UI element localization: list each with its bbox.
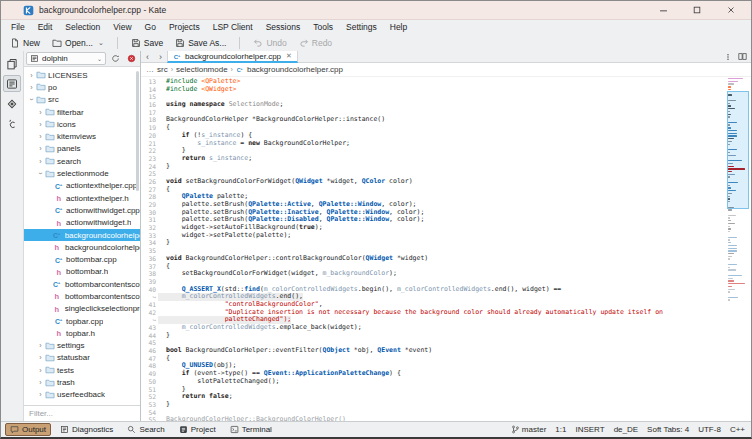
maximize-button[interactable] [691, 4, 703, 16]
expander-icon[interactable]: › [28, 72, 35, 79]
split-view-icon[interactable] [738, 52, 747, 61]
chevron-down-icon[interactable]: ⌄ [98, 39, 104, 47]
tree-item-actiontexthelper-h[interactable]: hactiontexthelper.h [24, 192, 140, 204]
expander-icon[interactable]: › [37, 121, 44, 128]
menu-view[interactable]: View [107, 21, 137, 33]
status-field-master[interactable]: master [511, 425, 546, 434]
nav-back-button[interactable]: ‹ [141, 51, 154, 62]
tree-item-selectionmode[interactable]: ›selectionmode [24, 167, 140, 179]
expander-icon[interactable]: › [37, 158, 44, 165]
save-button[interactable]: Save [126, 36, 168, 50]
tree-item-trash[interactable]: ›trash [24, 376, 140, 388]
tree-item-settings[interactable]: ›settings [24, 340, 140, 352]
button-label: New [23, 38, 40, 48]
minimap-viewport[interactable] [727, 91, 749, 209]
status-field-utf-8[interactable]: UTF-8 [698, 425, 721, 434]
undo-button[interactable]: Undo [248, 36, 291, 50]
menu-file[interactable]: File [5, 21, 31, 33]
status-field-de-de[interactable]: de_DE [614, 425, 638, 434]
project-selector[interactable]: dolphin ⌄ [26, 52, 106, 65]
menu-edit[interactable]: Edit [32, 21, 59, 33]
redo-button[interactable]: Redo [294, 36, 337, 50]
expander-icon[interactable]: › [37, 391, 44, 398]
expander-icon[interactable]: › [37, 354, 44, 361]
tree-item-bottombarcontentscont-[interactable]: hbottombarcontentscont... [24, 290, 140, 302]
toolview-projects-button[interactable] [3, 75, 21, 92]
status-field-1-1[interactable]: 1:1 [555, 425, 566, 434]
open-button[interactable]: Open...⌄ [47, 36, 109, 50]
tree-item-filterbar[interactable]: ›filterbar [24, 106, 140, 118]
nav-forward-button[interactable]: › [154, 51, 167, 62]
line-number: 37 [141, 263, 158, 271]
tree-item-topbar-h[interactable]: htopbar.h [24, 327, 140, 339]
toolview-git-button[interactable] [3, 95, 21, 112]
tree-item-singleclickselectionproxy-[interactable]: hsingleclickselectionproxy... [24, 303, 140, 315]
status-field-insert[interactable]: INSERT [575, 425, 604, 434]
breadcrumb-item-src[interactable]: src [157, 65, 168, 74]
tab-backgroundcolorhelper[interactable]: C+ backgroundcolorhelper.cpp ✕ [167, 51, 298, 63]
expander-icon[interactable]: › [37, 342, 44, 349]
tree-item-tests[interactable]: ›tests [24, 364, 140, 376]
status-field-soft-tabs-4[interactable]: Soft Tabs: 4 [647, 425, 689, 434]
toolview-symbols-button[interactable] [3, 115, 21, 132]
expander-icon[interactable]: › [37, 109, 44, 116]
status-field-label: Soft Tabs: 4 [647, 425, 689, 434]
expander-icon[interactable]: › [37, 379, 44, 386]
code-area[interactable]: 13#include <QPalette>14#include <QWidget… [141, 77, 751, 421]
tree-item-licenses[interactable]: ›LICENSES [24, 69, 140, 81]
status-field-c++[interactable]: C++ [730, 425, 745, 434]
project-reload-button[interactable] [108, 52, 122, 65]
toolview-documents-button[interactable] [3, 55, 21, 72]
breadcrumb-item-selectionmode[interactable]: selectionmode [176, 65, 228, 74]
tree-item-backgroundcolorhelper-h[interactable]: hbackgroundcolorhelper.h [24, 241, 140, 253]
tree-item-kitemviews[interactable]: ›kitemviews [24, 130, 140, 142]
menu-selection[interactable]: Selection [59, 21, 106, 33]
menu-lsp-client[interactable]: LSP Client [207, 21, 259, 33]
menu-help[interactable]: Help [384, 21, 413, 33]
document-switcher-icon[interactable] [724, 53, 732, 61]
menu-sessions[interactable]: Sessions [260, 21, 307, 33]
tree-item-panels[interactable]: ›panels [24, 143, 140, 155]
scrollbar-minimap[interactable] [728, 78, 749, 421]
menu-projects[interactable]: Projects [163, 21, 206, 33]
titlebar: backgroundcolorhelper.cpp - Kate [1, 1, 751, 20]
tree-item-actiontexthelper-cpp[interactable]: C+actiontexthelper.cpp [24, 180, 140, 192]
new-button[interactable]: New [5, 36, 45, 50]
menu-go[interactable]: Go [139, 21, 162, 33]
tree-item-topbar-cpp[interactable]: C+topbar.cpp [24, 315, 140, 327]
project-close-badge[interactable] [124, 52, 138, 65]
expander-icon[interactable]: › [37, 145, 44, 152]
tree-item-bottombar-h[interactable]: hbottombar.h [24, 266, 140, 278]
tree-item-bottombarcontentscont-[interactable]: C+bottombarcontentscont... [24, 278, 140, 290]
tree-item-userfeedback[interactable]: ›userfeedback [24, 389, 140, 401]
tree-item-icons[interactable]: ›icons [24, 118, 140, 130]
save-as-button[interactable]: Save As... [170, 36, 231, 50]
expander-icon[interactable]: › [37, 367, 44, 374]
expander-icon[interactable]: › [28, 96, 35, 103]
menu-tools[interactable]: Tools [307, 21, 339, 33]
expander-icon[interactable]: › [37, 170, 44, 177]
tree-filter-input[interactable] [24, 409, 140, 418]
tab-close-icon[interactable]: ✕ [286, 52, 292, 60]
minimize-button[interactable] [657, 4, 669, 16]
tree-item-bottombar-cpp[interactable]: C+bottombar.cpp [24, 253, 140, 265]
tree-item-backgroundcolorhelper-c-[interactable]: C+backgroundcolorhelper.c... [24, 229, 140, 241]
toolview-button-project[interactable]: Project [174, 423, 221, 436]
menu-settings[interactable]: Settings [340, 21, 383, 33]
tree-item-src[interactable]: ›src [24, 94, 140, 106]
toolview-button-diagnostics[interactable]: Diagnostics [55, 423, 118, 436]
close-button[interactable] [725, 4, 737, 16]
toolview-button-output[interactable]: Output [5, 423, 51, 436]
tree-item-actionwithwidget-h[interactable]: hactionwithwidget.h [24, 217, 140, 229]
breadcrumb-overflow-button[interactable]: … [146, 65, 154, 74]
breadcrumb-item-backgroundcolorhelper-cpp[interactable]: backgroundcolorhelper.cpp [247, 65, 343, 74]
toolview-button-terminal[interactable]: Terminal [225, 423, 277, 436]
expander-icon[interactable]: › [28, 84, 35, 91]
tree-item-po[interactable]: ›po [24, 81, 140, 93]
tree-item-search[interactable]: ›search [24, 155, 140, 167]
toolview-button-search[interactable]: Search [122, 423, 169, 436]
tree-scrollbar[interactable] [136, 71, 139, 191]
tree-item-statusbar[interactable]: ›statusbar [24, 352, 140, 364]
tree-item-actionwithwidget-cpp[interactable]: C+actionwithwidget.cpp [24, 204, 140, 216]
expander-icon[interactable]: › [37, 133, 44, 140]
